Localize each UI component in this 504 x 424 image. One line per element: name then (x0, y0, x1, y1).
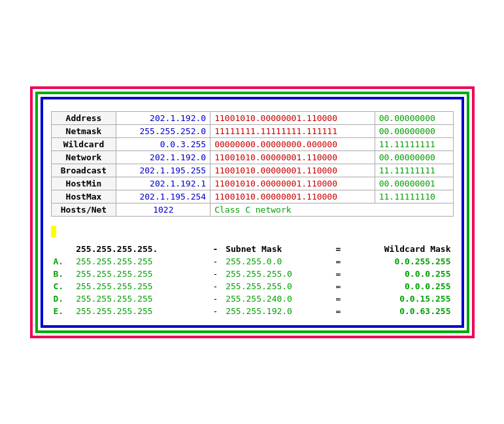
row-label: Netmask (51, 124, 116, 137)
row-wildcard: 0.0.255.255 (348, 255, 454, 268)
row-ip1: 255.255.255.255 (73, 305, 208, 317)
table-row: Netmask 255.255.252.0 11111111.11111111.… (51, 124, 453, 137)
row-wildcard: 0.0.63.255 (348, 305, 454, 317)
row-eq: = (329, 280, 348, 292)
header-eq: = (329, 243, 348, 255)
row-ip: 202.1.195.254 (116, 190, 210, 203)
row-mask: 255.255.255.0 (223, 280, 328, 292)
row-bin2: 00.00000000 (375, 150, 453, 164)
row-ip: 1022 (116, 203, 210, 216)
row-ip1: 255.255.255.255 (73, 255, 208, 268)
row-dash: - (208, 255, 223, 268)
table-row: HostMax 202.1.195.254 11001010.00000001.… (51, 190, 453, 203)
header-wildcard: Wildcard Mask (348, 243, 454, 255)
row-letter: C. (51, 280, 74, 292)
table-row: D. 255.255.255.255 - 255.255.240.0 = 0.0… (51, 292, 454, 305)
row-bin2: 00.00000000 (375, 111, 453, 124)
example1-table: Address 202.1.192.0 11001010.00000001.11… (51, 111, 454, 217)
example2-title (51, 226, 56, 238)
table-row: Broadcast 202.1.195.255 11001010.0000000… (51, 164, 453, 177)
row-label: Wildcard (51, 137, 116, 150)
header-dash: - (208, 243, 223, 255)
table-row: A. 255.255.255.255 - 255.255.0.0 = 0.0.2… (51, 255, 454, 268)
row-comment: Class C network (210, 203, 453, 216)
row-mask: 255.255.192.0 (223, 305, 328, 317)
row-mask: 255.255.0.0 (223, 255, 328, 268)
row-ip: 202.1.192.1 (116, 177, 210, 190)
row-bin2: 11.11111111 (375, 137, 453, 150)
row-eq: = (329, 268, 348, 280)
inner-border: Address 202.1.192.0 11001010.00000001.11… (41, 97, 464, 328)
row-label: HostMax (51, 190, 116, 203)
row-ip1: 255.255.255.255 (73, 292, 208, 305)
row-label: Broadcast (51, 164, 116, 177)
row-ip: 202.1.192.0 (116, 150, 210, 164)
table-row: Hosts/Net 1022 Class C network (51, 203, 453, 216)
row-ip1: 255.255.255.255 (73, 268, 208, 280)
table-row: C. 255.255.255.255 - 255.255.255.0 = 0.0… (51, 280, 454, 292)
header-ip1: 255.255.255.255. (73, 243, 208, 255)
row-label: Address (51, 111, 116, 124)
row-eq: = (329, 292, 348, 305)
row-bin1: 11001010.00000001.110000 (210, 177, 375, 190)
row-wildcard: 0.0.0.255 (348, 268, 454, 280)
outer-border: Address 202.1.192.0 11001010.00000001.11… (30, 86, 475, 338)
row-bin1: 00000000.00000000.000000 (210, 137, 375, 150)
row-ip: 255.255.252.0 (116, 124, 210, 137)
table-row: B. 255.255.255.255 - 255.255.255.0 = 0.0… (51, 268, 454, 280)
table-header-row: 255.255.255.255. - Subnet Mask = Wildcar… (51, 243, 454, 255)
row-mask: 255.255.255.0 (223, 268, 328, 280)
row-bin2: 00.00000000 (375, 124, 453, 137)
row-wildcard: 0.0.15.255 (348, 292, 454, 305)
row-ip: 0.0.3.255 (116, 137, 210, 150)
middle-border: Address 202.1.192.0 11001010.00000001.11… (35, 92, 469, 333)
row-wildcard: 0.0.0.255 (348, 280, 454, 292)
row-bin1: 11001010.00000001.110000 (210, 164, 375, 177)
row-dash: - (208, 305, 223, 317)
row-bin2: 11.11111111 (375, 164, 453, 177)
row-bin1: 11001010.00000001.110000 (210, 190, 375, 203)
row-ip: 202.1.195.255 (116, 164, 210, 177)
row-eq: = (329, 255, 348, 268)
header-empty (51, 243, 74, 255)
row-dash: - (208, 268, 223, 280)
row-letter: B. (51, 268, 74, 280)
row-dash: - (208, 292, 223, 305)
row-dash: - (208, 280, 223, 292)
example2-table: 255.255.255.255. - Subnet Mask = Wildcar… (51, 243, 454, 317)
example2-title-row (51, 226, 454, 238)
table-row: Address 202.1.192.0 11001010.00000001.11… (51, 111, 453, 124)
table-row: Network 202.1.192.0 11001010.00000001.11… (51, 150, 453, 164)
row-label: Hosts/Net (51, 203, 116, 216)
row-label: Network (51, 150, 116, 164)
table-row: HostMin 202.1.192.1 11001010.00000001.11… (51, 177, 453, 190)
row-mask: 255.255.240.0 (223, 292, 328, 305)
row-eq: = (329, 305, 348, 317)
row-bin1: 11001010.00000001.110000 (210, 111, 375, 124)
row-label: HostMin (51, 177, 116, 190)
row-bin2: 11.11111110 (375, 190, 453, 203)
table-row: Wildcard 0.0.3.255 00000000.00000000.000… (51, 137, 453, 150)
row-bin2: 00.00000001 (375, 177, 453, 190)
row-letter: D. (51, 292, 74, 305)
row-ip: 202.1.192.0 (116, 111, 210, 124)
row-letter: A. (51, 255, 74, 268)
row-letter: E. (51, 305, 74, 317)
header-mask: Subnet Mask (223, 243, 328, 255)
row-bin1: 11111111.11111111.111111 (210, 124, 375, 137)
table-row: E. 255.255.255.255 - 255.255.192.0 = 0.0… (51, 305, 454, 317)
row-ip1: 255.255.255.255 (73, 280, 208, 292)
row-bin1: 11001010.00000001.110000 (210, 150, 375, 164)
